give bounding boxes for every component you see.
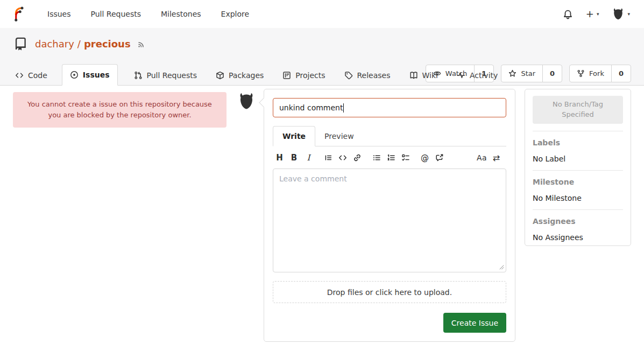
markdown-toolbar: H B I @ Aa ⇄: [273, 146, 506, 169]
error-line-1: You cannot create a issue on this reposi…: [25, 99, 215, 110]
tab-code[interactable]: Code: [11, 65, 52, 86]
main-content: You cannot create a issue on this reposi…: [0, 86, 644, 358]
assignees-value: No Assignees: [533, 233, 623, 242]
fork-button[interactable]: Fork 0: [569, 65, 631, 82]
package-icon: [216, 71, 224, 80]
ordered-list-icon[interactable]: [385, 152, 397, 163]
fork-icon: [577, 69, 585, 78]
plus-icon: +: [586, 9, 594, 19]
tab-packages-label: Packages: [229, 71, 264, 80]
repo-separator: /: [77, 38, 81, 50]
tag-icon: [344, 71, 353, 80]
heading-icon[interactable]: H: [274, 152, 285, 163]
repo-book-icon: [14, 37, 27, 51]
link-icon[interactable]: [351, 152, 363, 163]
error-line-2: you are blocked by the repository owner.: [25, 110, 215, 121]
forgejo-logo-icon[interactable]: [10, 6, 26, 22]
issue-circle-dot-icon: [70, 71, 79, 79]
nav-link-explore[interactable]: Explore: [221, 10, 250, 18]
rss-icon[interactable]: [137, 40, 146, 48]
milestone-section-title[interactable]: Milestone: [533, 178, 623, 186]
tab-projects-label: Projects: [295, 71, 325, 80]
tab-wiki[interactable]: Wiki: [405, 65, 442, 86]
file-dropzone[interactable]: Drop files or click here to upload.: [273, 281, 506, 303]
nav-links: Issues Pull Requests Milestones Explore: [47, 10, 249, 18]
tab-activity[interactable]: Activity: [452, 65, 502, 86]
branch-tag-button: No Branch/Tag Specified: [533, 96, 623, 124]
repo-header: dachary / precious Watch 1 Star 0 Fo: [0, 28, 644, 86]
easymde-switch-icon[interactable]: ⇄: [491, 152, 502, 163]
nav-link-milestones[interactable]: Milestones: [161, 10, 201, 18]
top-navbar: Issues Pull Requests Milestones Explore …: [0, 0, 644, 28]
labels-section-title[interactable]: Labels: [533, 138, 623, 147]
nav-link-issues[interactable]: Issues: [47, 10, 71, 18]
repo-breadcrumb: dachary / precious: [35, 38, 131, 50]
star-label: Star: [521, 69, 535, 78]
tab-pull-requests-label: Pull Requests: [147, 71, 197, 80]
poster-avatar: [237, 92, 256, 110]
project-board-icon: [282, 71, 291, 80]
code-icon[interactable]: [337, 152, 348, 163]
nav-link-pull-requests[interactable]: Pull Requests: [91, 10, 141, 18]
branch-button-line2: Specified: [535, 110, 621, 120]
dropzone-label: Drop files or click here to upload.: [327, 288, 452, 297]
issue-title-input[interactable]: unkind comment: [273, 98, 506, 117]
tab-releases-label: Releases: [357, 71, 391, 80]
bold-icon[interactable]: B: [288, 152, 300, 163]
tab-activity-label: Activity: [470, 71, 498, 80]
avatar: [612, 8, 625, 20]
quote-icon[interactable]: [322, 152, 334, 163]
tab-packages[interactable]: Packages: [211, 65, 268, 86]
divider: [533, 209, 623, 210]
task-list-icon[interactable]: [400, 152, 411, 163]
issue-title-value: unkind comment: [279, 103, 343, 112]
branch-button-line1: No Branch/Tag: [535, 100, 621, 110]
divider: [533, 131, 623, 131]
notifications-bell-icon[interactable]: [563, 9, 573, 19]
create-issue-button[interactable]: Create Issue: [443, 313, 506, 333]
user-avatar-menu[interactable]: ▾: [612, 8, 630, 20]
tab-issues-label: Issues: [83, 71, 110, 79]
star-count[interactable]: 0: [542, 65, 562, 82]
tab-write[interactable]: Write: [273, 126, 315, 146]
repo-name-link[interactable]: precious: [84, 38, 131, 50]
pulse-icon: [457, 71, 465, 80]
comment-area: [273, 169, 506, 272]
reference-icon[interactable]: [434, 152, 445, 163]
new-issue-form: unkind comment Write Preview H B I @ Aa …: [264, 89, 515, 342]
assignees-section-title[interactable]: Assignees: [533, 217, 623, 226]
toolbar-right: Aa ⇄: [476, 152, 505, 163]
blocked-error-message: You cannot create a issue on this reposi…: [13, 92, 227, 128]
labels-value: No Label: [533, 155, 623, 163]
tab-issues[interactable]: Issues: [62, 64, 118, 86]
divider: [533, 170, 623, 171]
tab-projects[interactable]: Projects: [278, 65, 329, 86]
repo-owner-link[interactable]: dachary: [35, 38, 74, 50]
tab-releases[interactable]: Releases: [340, 65, 395, 86]
comment-textarea[interactable]: [273, 169, 506, 272]
chevron-down-icon: ▾: [597, 11, 599, 17]
tab-wiki-label: Wiki: [422, 71, 438, 80]
mention-icon[interactable]: @: [419, 152, 430, 163]
navbar-right: + ▾ ▾: [563, 8, 634, 20]
form-footer: Create Issue: [273, 313, 506, 333]
fork-label: Fork: [589, 69, 604, 78]
repo-tab-bar: Code Issues Pull Requests Packages Proje…: [11, 64, 512, 86]
milestone-value: No Milestone: [533, 194, 623, 202]
tab-preview[interactable]: Preview: [315, 126, 363, 146]
chevron-down-icon: ▾: [627, 11, 630, 17]
repo-title: dachary / precious: [0, 28, 644, 51]
create-new-menu[interactable]: + ▾: [586, 9, 599, 19]
pull-request-icon: [134, 71, 143, 80]
editor-tab-bar: Write Preview: [273, 126, 506, 146]
monospace-toggle-icon[interactable]: Aa: [476, 152, 487, 163]
tab-pull-requests[interactable]: Pull Requests: [130, 65, 201, 86]
italic-icon[interactable]: I: [303, 152, 314, 163]
issue-sidebar: No Branch/Tag Specified Labels No Label …: [525, 89, 631, 246]
fork-count[interactable]: 0: [611, 65, 631, 82]
wiki-book-icon: [409, 71, 418, 80]
code-icon: [15, 71, 24, 80]
unordered-list-icon[interactable]: [371, 152, 382, 163]
text-cursor: [343, 103, 344, 113]
tab-code-label: Code: [28, 71, 47, 80]
